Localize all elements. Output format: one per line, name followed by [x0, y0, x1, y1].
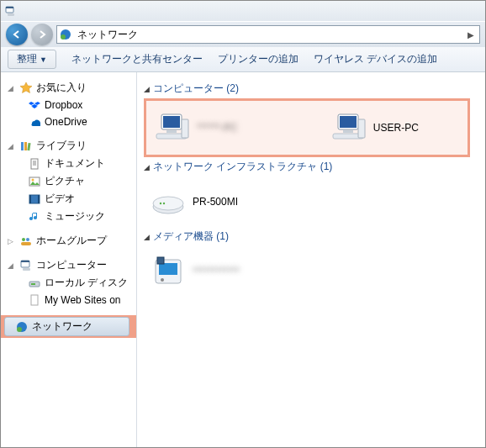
tree-item-label: ピクチャ [45, 174, 85, 188]
sidebar-favorites-header[interactable]: ◢ お気に入り [1, 79, 136, 97]
svg-rect-1 [6, 7, 13, 8]
svg-point-39 [153, 197, 183, 210]
media-device-name: ************ [193, 266, 240, 277]
svg-point-41 [163, 203, 165, 204]
titlebar [1, 1, 485, 21]
svg-rect-21 [21, 261, 29, 262]
section-header-infra[interactable]: ◢ ネットワーク インフラストラクチャ (1) [144, 157, 485, 177]
sidebar-network-header[interactable]: ネットワーク [4, 317, 129, 336]
organize-button[interactable]: 整理 ▼ [8, 50, 56, 69]
tree-item-label: My Web Sites on [45, 294, 120, 306]
section-label: メディア機器 (1) [153, 229, 229, 244]
window-icon [4, 4, 18, 18]
expander-icon: ▷ [8, 237, 16, 245]
svg-rect-8 [31, 159, 38, 169]
section-label: コンピューター (2) [153, 82, 239, 96]
back-button[interactable] [6, 24, 28, 45]
highlight-annotation: ******-PC USER-PC [144, 98, 470, 157]
svg-rect-6 [24, 142, 27, 150]
router-item[interactable]: PR-500MI [147, 182, 357, 222]
sidebar-item-onedrive[interactable]: OneDrive [1, 113, 136, 130]
media-device-item[interactable]: ************ [147, 251, 357, 292]
svg-point-27 [17, 327, 22, 332]
dropbox-icon [28, 98, 41, 112]
svg-rect-25 [31, 295, 38, 305]
network-icon [15, 320, 29, 334]
sidebar-libraries-header[interactable]: ◢ ライブラリ [1, 137, 136, 155]
media-device-icon [151, 255, 186, 288]
address-text: ネットワーク [77, 28, 459, 42]
organize-label: 整理 [17, 52, 37, 66]
video-icon [28, 192, 41, 206]
tree-item-label: ドキュメント [45, 156, 105, 171]
svg-point-13 [32, 178, 34, 181]
expander-icon: ◢ [8, 84, 16, 92]
sidebar-item-documents[interactable]: ドキュメント [1, 155, 136, 172]
sidebar-item-local-disk[interactable]: ローカル ディスク [1, 274, 136, 292]
sidebar-item-pictures[interactable]: ピクチャ [1, 172, 136, 190]
svg-rect-22 [23, 268, 30, 271]
svg-rect-15 [29, 195, 31, 203]
disk-icon [28, 277, 41, 290]
homegroup-icon [19, 235, 33, 248]
svg-point-18 [26, 238, 29, 241]
section-header-computers[interactable]: ◢ コンピューター (2) [144, 79, 485, 98]
computer-item[interactable]: ******-PC [151, 108, 320, 148]
svg-rect-29 [163, 116, 180, 128]
computer-name: ******-PC [197, 122, 238, 134]
picture-icon [28, 175, 41, 188]
svg-rect-35 [343, 130, 353, 133]
section-label: ネットワーク インフラストラクチャ (1) [153, 160, 332, 174]
address-bar[interactable]: ネットワーク ▶ [56, 25, 480, 44]
collapse-icon: ◢ [144, 163, 150, 171]
sidebar-network-label: ネットワーク [32, 319, 92, 334]
toolbar-link-add-printer[interactable]: プリンターの追加 [218, 52, 298, 66]
sidebar-homegroup-header[interactable]: ▷ ホームグループ [1, 232, 136, 250]
chevron-down-icon: ▼ [40, 55, 47, 64]
star-icon [19, 82, 33, 95]
sidebar-favorites-label: お気に入り [36, 81, 87, 95]
page-icon [28, 293, 41, 307]
svg-point-4 [61, 34, 66, 40]
chevron-right-icon: ▶ [464, 30, 478, 40]
section-header-media[interactable]: ◢ メディア機器 (1) [144, 227, 485, 246]
svg-rect-43 [159, 263, 177, 275]
svg-point-40 [160, 203, 161, 204]
sidebar-libraries-label: ライブラリ [36, 139, 87, 153]
sidebar-item-dropbox[interactable]: Dropbox [1, 97, 136, 113]
sidebar-item-web-sites[interactable]: My Web Sites on [1, 292, 136, 308]
forward-button[interactable] [31, 24, 53, 45]
svg-rect-5 [21, 142, 24, 150]
pc-icon [155, 111, 190, 145]
expander-icon: ◢ [8, 261, 16, 270]
svg-rect-34 [340, 116, 357, 128]
svg-rect-2 [8, 13, 14, 16]
svg-rect-24 [31, 283, 35, 285]
svg-rect-30 [166, 130, 177, 133]
svg-point-45 [161, 278, 164, 282]
svg-rect-7 [27, 142, 30, 150]
tree-item-label: ビデオ [45, 192, 75, 206]
sidebar-item-videos[interactable]: ビデオ [1, 190, 136, 208]
highlight-annotation: ネットワーク [1, 315, 136, 338]
router-name: PR-500MI [193, 196, 238, 208]
libraries-icon [19, 140, 33, 153]
svg-rect-44 [157, 257, 164, 264]
computer-name: USER-PC [373, 122, 419, 134]
svg-rect-19 [21, 242, 31, 245]
svg-point-17 [22, 238, 25, 241]
computer-item[interactable]: USER-PC [328, 108, 462, 148]
computer-icon [19, 259, 33, 272]
sidebar-homegroup-label: ホームグループ [36, 234, 107, 248]
toolbar: 整理 ▼ ネットワークと共有センター プリンターの追加 ワイヤレス デバイスの追… [1, 47, 485, 72]
onedrive-icon [28, 115, 41, 129]
collapse-icon: ◢ [144, 85, 150, 93]
tree-item-label: ローカル ディスク [45, 276, 128, 290]
svg-rect-32 [182, 119, 188, 138]
navigation-pane: ◢ お気に入り Dropbox OneDrive ◢ ライブラリ [1, 72, 137, 447]
toolbar-link-add-wireless[interactable]: ワイヤレス デバイスの追加 [314, 52, 437, 66]
sidebar-item-music[interactable]: ミュージック [1, 208, 136, 225]
expander-icon: ◢ [8, 142, 16, 150]
toolbar-link-network-sharing[interactable]: ネットワークと共有センター [71, 52, 203, 66]
sidebar-computer-header[interactable]: ◢ コンピューター [1, 256, 136, 274]
